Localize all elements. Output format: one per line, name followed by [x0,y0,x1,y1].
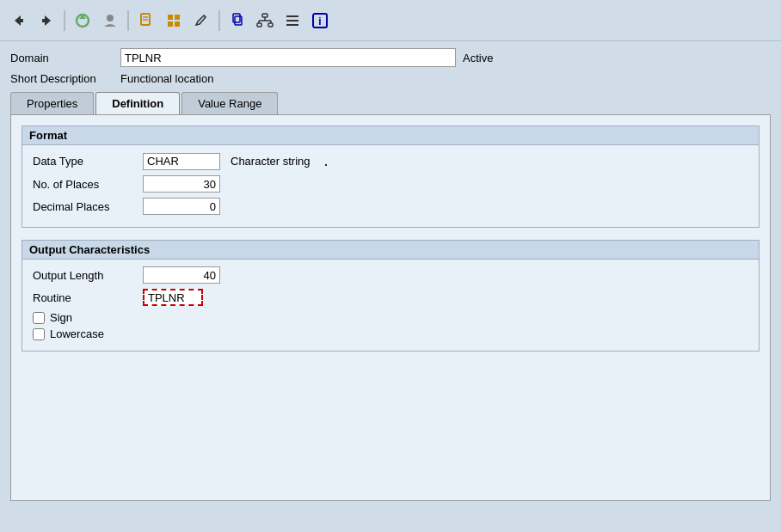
routine-input[interactable] [143,289,203,306]
lowercase-label: Lowercase [50,327,104,340]
no-of-places-input[interactable] [143,175,220,193]
svg-rect-19 [268,23,273,27]
routine-label: Routine [33,291,136,304]
output-section-body: Output Length Routine Sign Lowercase [22,260,759,351]
list-button[interactable] [280,9,304,33]
svg-rect-18 [257,23,261,27]
refresh-button[interactable] [71,9,95,33]
svg-marker-0 [15,15,21,26]
data-type-row: Data Type Character string . [33,152,748,170]
output-length-label: Output Length [33,269,136,282]
svg-rect-3 [42,19,45,22]
toolbar: i [0,0,781,41]
short-desc-row: Short Description Functional location [10,72,771,85]
sign-checkbox-row: Sign [33,311,748,324]
back-button[interactable] [7,9,31,33]
svg-rect-13 [175,21,180,27]
svg-rect-11 [175,15,180,20]
svg-rect-17 [262,14,268,17]
format-section-body: Data Type Character string . No. of Plac… [22,145,759,227]
short-desc-label: Short Description [10,72,114,85]
svg-rect-15 [233,14,240,22]
main-content: Domain Active Short Description Function… [0,41,781,508]
doc-button[interactable] [134,9,158,33]
separator-1 [64,10,65,31]
decimal-places-input[interactable] [143,198,220,215]
output-length-input[interactable] [143,266,220,284]
grid-button[interactable] [162,9,186,33]
copy-button[interactable] [225,9,249,33]
svg-text:i: i [318,15,321,28]
tree-button[interactable] [253,9,277,33]
domain-label: Domain [10,52,114,64]
lowercase-checkbox-row: Lowercase [33,327,748,340]
format-section: Format Data Type Character string . No. … [22,125,759,228]
tab-content-definition: Format Data Type Character string . No. … [10,114,771,501]
separator-2 [127,10,129,31]
forward-button[interactable] [34,9,58,33]
svg-rect-12 [168,21,173,27]
data-type-label: Data Type [33,155,136,168]
tab-value-range[interactable]: Value Range [181,92,278,114]
edit-button[interactable] [189,9,213,33]
output-characteristics-section: Output Characteristics Output Length Rou… [22,240,759,352]
svg-marker-2 [45,15,51,26]
routine-row: Routine [33,289,748,306]
svg-rect-16 [235,16,242,25]
data-type-description: Character string [231,155,310,168]
output-section-header: Output Characteristics [22,241,759,260]
data-type-input[interactable] [143,153,220,170]
domain-row: Domain Active [10,48,771,67]
user-button[interactable] [98,9,122,33]
tab-definition[interactable]: Definition [95,92,180,114]
domain-input[interactable] [120,48,456,67]
svg-line-14 [204,15,206,17]
sign-label: Sign [50,311,72,324]
format-section-header: Format [22,126,759,145]
short-desc-value: Functional location [120,72,213,85]
tabs-container: Properties Definition Value Range [10,92,771,114]
dot-indicator: . [323,152,328,170]
decimal-places-label: Decimal Places [33,200,136,213]
info-button[interactable]: i [308,9,332,33]
decimal-places-row: Decimal Places [33,198,748,215]
svg-point-6 [107,15,114,21]
no-of-places-row: No. of Places [33,175,748,193]
tab-properties[interactable]: Properties [10,92,94,114]
no-of-places-label: No. of Places [33,178,136,191]
lowercase-checkbox[interactable] [33,328,45,340]
svg-rect-10 [168,15,173,20]
output-length-row: Output Length [33,266,748,284]
sign-checkbox[interactable] [33,312,45,324]
svg-rect-1 [21,19,23,22]
separator-3 [218,10,220,31]
status-text: Active [463,52,493,64]
